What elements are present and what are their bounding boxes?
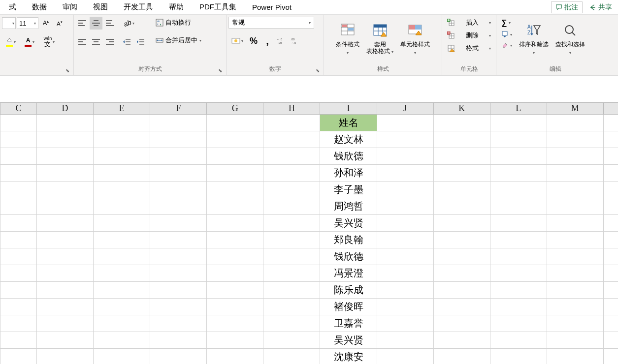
cell[interactable] [0,299,37,315]
cell[interactable] [36,299,93,315]
comma-button[interactable]: , [261,34,274,47]
cell[interactable] [36,265,93,282]
increase-indent-button[interactable] [134,35,147,48]
cell[interactable] [36,182,93,198]
cell[interactable] [490,148,547,165]
cell[interactable] [150,198,207,215]
cell[interactable] [36,131,93,148]
menu-dev-tools[interactable]: 开发工具 [116,0,161,14]
cell[interactable]: 姓名 [320,115,377,131]
cell[interactable] [547,248,603,265]
wrap-text-button[interactable]: abc 自动换行 [153,17,204,29]
sort-filter-button[interactable]: AZ 排序和筛选 ▾ [516,17,552,61]
align-left-button[interactable] [76,35,89,48]
cell[interactable] [603,349,618,364]
cell[interactable] [263,115,320,131]
cell[interactable] [490,332,547,349]
cell[interactable] [150,299,207,315]
cell[interactable] [433,182,490,198]
cell[interactable] [0,182,37,198]
align-middle-button[interactable] [90,17,102,30]
cell[interactable] [94,215,150,232]
cell[interactable] [36,315,93,332]
cell[interactable] [207,215,263,232]
align-bottom-button[interactable] [103,17,116,30]
cell[interactable] [207,332,263,349]
decrease-font-button[interactable]: A▾ [53,17,66,30]
share-button[interactable]: 共享 [586,1,615,13]
cell[interactable] [150,248,207,265]
cell[interactable] [0,332,37,349]
cell[interactable] [150,315,207,332]
cell[interactable] [94,282,150,299]
column-header[interactable]: M [547,103,603,115]
cell[interactable] [377,315,433,332]
cell[interactable] [490,182,547,198]
cell[interactable] [94,299,150,315]
cell[interactable] [263,198,320,215]
cell[interactable] [547,115,603,131]
cell[interactable] [263,282,320,299]
cell[interactable] [377,349,433,364]
cell[interactable] [263,148,320,165]
cell[interactable] [207,115,263,131]
cell[interactable] [377,165,433,182]
increase-font-button[interactable]: A▴ [39,17,52,30]
cell[interactable] [547,182,603,198]
cell[interactable] [433,131,490,148]
align-top-button[interactable] [76,17,89,30]
cell[interactable]: 沈康安 [320,349,377,364]
column-header[interactable]: H [263,103,320,115]
cell[interactable] [0,248,37,265]
column-header[interactable]: G [207,103,263,115]
cell[interactable] [433,115,490,131]
cell[interactable]: 冯景澄 [320,265,377,282]
cell[interactable] [263,315,320,332]
cell[interactable] [0,315,37,332]
column-header[interactable]: L [490,103,547,115]
cell[interactable] [377,182,433,198]
cell[interactable] [0,115,37,131]
font-color-button[interactable]: A ▾ [21,35,38,48]
cell[interactable] [547,131,603,148]
cell[interactable] [547,215,603,232]
menu-pdf-tools[interactable]: PDF工具集 [192,0,244,14]
cell[interactable]: 郑良翰 [320,232,377,248]
cell[interactable] [0,349,37,364]
font-size-input[interactable]: 11 ▾ [17,17,38,29]
alignment-launcher-icon[interactable]: ⬊ [218,68,222,73]
merge-center-button[interactable]: 合并后居中 ▾ [153,34,204,46]
spreadsheet-area[interactable]: CDEFGHIJKLMN 姓名赵文林钱欣德孙和泽李子墨周鸿哲吴兴贤郑良翰钱欣德冯… [0,76,618,364]
cell[interactable] [94,265,150,282]
cell[interactable]: 李子墨 [320,182,377,198]
cell[interactable] [377,215,433,232]
font-launcher-icon[interactable]: ⬊ [65,68,69,73]
cell[interactable] [207,148,263,165]
cell[interactable] [433,332,490,349]
cell[interactable] [490,198,547,215]
cell[interactable] [94,332,150,349]
cell[interactable] [150,265,207,282]
cell[interactable] [207,299,263,315]
number-launcher-icon[interactable]: ⬊ [316,68,320,73]
cell[interactable] [150,282,207,299]
cell[interactable] [547,315,603,332]
cell[interactable]: 陈乐成 [320,282,377,299]
conditional-format-button[interactable]: 条件格式 ▾ [333,17,362,61]
cell[interactable] [603,265,618,282]
orientation-button[interactable]: ab ▾ [120,17,138,30]
cell[interactable] [36,232,93,248]
cell[interactable] [0,282,37,299]
cell[interactable] [547,198,603,215]
cell[interactable] [263,265,320,282]
cell[interactable] [490,315,547,332]
cell[interactable] [94,165,150,182]
cell[interactable] [94,248,150,265]
column-header[interactable]: J [377,103,433,115]
cell[interactable] [36,198,93,215]
cell[interactable] [207,131,263,148]
cell[interactable] [377,332,433,349]
cell[interactable] [94,349,150,364]
cell[interactable] [207,182,263,198]
menu-formula[interactable]: 式 [1,0,24,14]
